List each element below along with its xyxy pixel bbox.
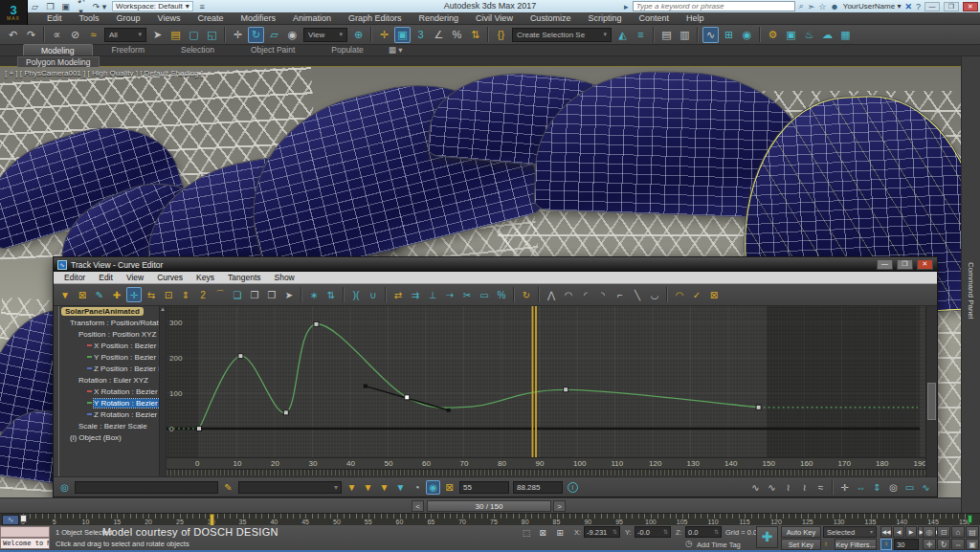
pan-icon[interactable]: ✛	[837, 480, 852, 495]
ribbon-camera-icon[interactable]: ▦ ▾	[383, 44, 409, 55]
draw-curves-icon[interactable]: ✎	[92, 287, 107, 302]
use-pivot-point-center-icon[interactable]: ⊕	[350, 27, 367, 43]
horizontal-extrapolation-icon[interactable]: ⇉	[408, 287, 423, 302]
snaps-toggle-icon[interactable]: 3	[412, 27, 429, 43]
y-coordinate-field[interactable]: -0.0⇅	[635, 526, 671, 538]
edit-named-selection-sets-icon[interactable]: {}	[493, 27, 509, 43]
scale-keys-icon[interactable]: ⊡	[161, 287, 176, 302]
key-value-field[interactable]: 88.285	[513, 481, 563, 494]
isolate-selection-icon[interactable]: ⬚	[520, 526, 533, 539]
auto-pan-to-key-icon[interactable]: ◉	[426, 480, 440, 495]
menu-views[interactable]: Views	[149, 12, 189, 25]
select-object-icon[interactable]: ➤	[149, 27, 166, 43]
z-coordinate-field[interactable]: 0.0⇅	[685, 526, 722, 538]
zoom-selected-object-icon[interactable]: ◎	[57, 480, 72, 495]
move-keys-vertical-icon[interactable]: ⇅	[323, 287, 339, 302]
menu-animation[interactable]: Animation	[284, 12, 340, 25]
filter-selected-objects-icon[interactable]: ▼	[361, 480, 375, 495]
set-keys-button[interactable]: ✚	[756, 526, 778, 548]
slide-keys-icon[interactable]: ⇆	[144, 287, 159, 302]
animation-curve-svg[interactable]	[167, 306, 920, 457]
track-item-z-position-bezier-float[interactable]: Z Position : Bezier Float	[54, 364, 166, 375]
reference-coordinate-dropdown[interactable]: View▾	[303, 28, 347, 42]
maxscript-mini-listener[interactable]	[0, 526, 50, 538]
ce-menu-edit[interactable]: Edit	[92, 273, 120, 282]
ribbon-tab-selection[interactable]: Selection	[164, 44, 232, 55]
filter-animated-tracks-icon[interactable]: ▼	[377, 480, 391, 495]
toggle-scene-explorer-icon[interactable]: ▥	[677, 27, 693, 43]
keyboard-shortcut-override-icon[interactable]: ▣	[394, 27, 411, 43]
rectangular-selection-region-icon[interactable]: ▢	[186, 27, 202, 43]
add-time-tag-button[interactable]: Add Time Tag	[697, 541, 741, 549]
time-ruler[interactable]: 0102030405060708090100110120130140150160…	[167, 457, 925, 469]
ribbon-tab-modeling[interactable]: Modeling	[23, 44, 93, 55]
bind-to-space-warp-icon[interactable]: ≈	[85, 27, 101, 43]
ease-curve-icon[interactable]: ⌒	[212, 287, 228, 302]
auto-key-button[interactable]: Auto Key	[781, 526, 821, 538]
menu-help[interactable]: Help	[678, 12, 713, 25]
tangent-spline-icon[interactable]: ◠	[561, 287, 576, 302]
named-selection-sets-dropdown[interactable]: Create Selection Se▾	[512, 28, 612, 42]
menu-tools[interactable]: Tools	[71, 12, 108, 25]
next-frame-button[interactable]: >	[553, 500, 566, 512]
menu-graph-editors[interactable]: Graph Editors	[340, 12, 411, 25]
select-and-manipulate-icon[interactable]: ✛	[376, 27, 392, 43]
user-avatar-icon[interactable]: ☻	[830, 2, 838, 11]
region-keys-tool-icon[interactable]: ▭	[477, 287, 492, 302]
show-buffer-curve-icon[interactable]: ◠	[672, 287, 687, 302]
redo-icon[interactable]: ↷	[23, 27, 39, 43]
curve-editor-titlebar[interactable]: ∿ Track View - Curve Editor — ❐ ✕	[54, 257, 937, 272]
search-expand-icon[interactable]: ▸	[624, 2, 629, 11]
relative-repeat-icon[interactable]: %	[494, 287, 509, 302]
flatten-curve-icon[interactable]: ⊥	[425, 287, 440, 302]
render-in-cloud-icon[interactable]: ☁	[819, 27, 835, 43]
username-dropdown[interactable]: YourUserName ▾	[843, 2, 902, 11]
transform-gizmo-icon[interactable]: ⊞	[553, 526, 567, 539]
maxscript-listener-output[interactable]: Welcome to M	[0, 538, 50, 549]
menu-modifiers[interactable]: Modifiers	[232, 12, 284, 25]
paste-curve-icon[interactable]: ❐	[247, 287, 262, 302]
zoom-icon[interactable]: ◎	[923, 526, 936, 538]
rendered-frame-window-icon[interactable]: ▣	[783, 27, 799, 43]
scrollbar-thumb[interactable]	[927, 383, 936, 420]
open-mini-curve-editor-button[interactable]: ∿	[2, 515, 19, 525]
track-item-i-object-box[interactable]: (i) Object (Box)	[54, 432, 166, 444]
menu-content[interactable]: Content	[630, 12, 678, 25]
spinner-icon[interactable]: ⇅	[663, 527, 668, 538]
exchange-apps-icon[interactable]: ✕	[904, 2, 912, 11]
zoom-horizontal-extents-icon[interactable]: ⇔	[854, 480, 868, 495]
parameter-out-of-range-icon[interactable]: ↻	[519, 287, 534, 302]
command-panel-collapsed[interactable]: Command Panel	[961, 56, 980, 513]
x-coordinate-field[interactable]: -9.231⇅	[584, 526, 620, 538]
show-all-tangents-icon[interactable]: ≀	[797, 480, 812, 495]
track-item-x-rotation-bezier-float[interactable]: X Rotation : Bezier Float	[54, 386, 166, 398]
animation-key[interactable]	[564, 387, 568, 392]
lock-selection-icon[interactable]: ⊠	[75, 287, 90, 302]
edit-track-set-icon[interactable]: ✎	[221, 480, 235, 495]
key-filters-button[interactable]: Key Filters...	[835, 539, 877, 550]
track-item-position-position-xyz[interactable]: Position : Position XYZ	[54, 329, 166, 341]
open-asset-library-icon[interactable]: ▦	[837, 27, 854, 43]
zoom-horizontal-icon[interactable]: ⇔	[951, 539, 965, 550]
select-and-move-icon[interactable]: ✛	[230, 27, 246, 43]
go-to-start-button[interactable]: ◀◀	[880, 526, 892, 538]
3ds-max-logo[interactable]: 3 MAX	[0, 0, 28, 25]
search-icon[interactable]: ⌕	[799, 1, 804, 11]
selection-filter-dropdown[interactable]: All▾	[104, 28, 146, 42]
track-item-z-rotation-bezier-float[interactable]: Z Rotation : Bezier Float	[54, 409, 166, 421]
use-buffer-curve-icon[interactable]: ✓	[689, 287, 704, 302]
tangent-smooth-icon[interactable]: ◡	[647, 287, 662, 302]
time-slider-track[interactable]: < 30 / 150 >	[0, 497, 961, 513]
window-maximize-button[interactable]: ❐	[944, 2, 959, 11]
offset-curve-icon[interactable]: ⇢	[442, 287, 457, 302]
track-item-x-position-bezier-float[interactable]: X Position : Bezier Float	[54, 341, 166, 352]
time-slider-handle[interactable]: 30 / 150	[427, 500, 551, 512]
select-by-name-icon[interactable]: ▤	[167, 27, 184, 43]
help-icon[interactable]: ?	[916, 2, 921, 11]
lock-keys-icon[interactable]: ⊠	[442, 480, 457, 495]
spinner-snap-toggle-icon[interactable]: ⇅	[467, 27, 483, 43]
menu-scripting[interactable]: Scripting	[579, 12, 630, 25]
percent-snap-toggle-icon[interactable]: %	[449, 27, 465, 43]
maximize-viewport-icon[interactable]: ▣	[966, 539, 979, 550]
key-time-field[interactable]: 55	[459, 481, 509, 494]
